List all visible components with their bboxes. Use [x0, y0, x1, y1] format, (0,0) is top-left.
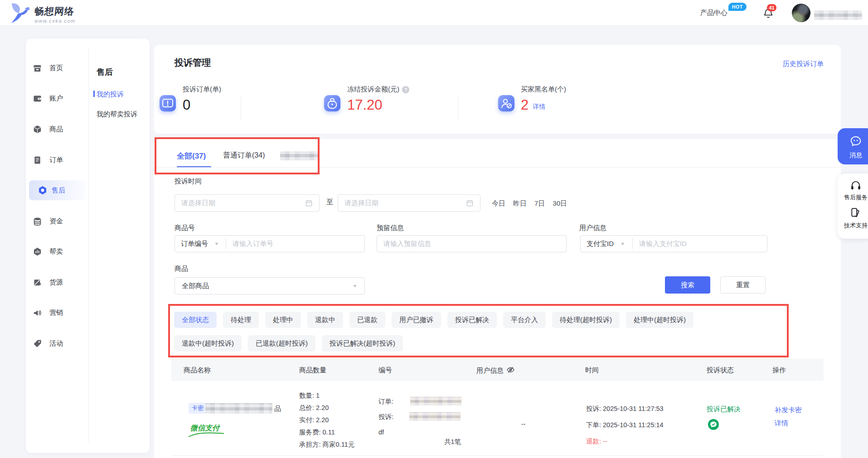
complaint-icon: [160, 95, 176, 111]
notification-count-badge: 41: [767, 4, 776, 11]
eye-off-icon[interactable]: [506, 366, 515, 375]
stat-divider: [241, 96, 241, 121]
product-select[interactable]: 全部商品 ▼: [175, 277, 365, 294]
stat-divider: [458, 96, 458, 121]
sidebar-item-9[interactable]: 营销: [29, 303, 85, 323]
status-chip[interactable]: 处理中: [265, 312, 301, 328]
product-center-link[interactable]: 产品中心 HOT: [700, 0, 727, 26]
status-chip[interactable]: 退款中(超时投诉): [174, 335, 242, 352]
page-title: 投诉管理: [175, 57, 211, 69]
tab-1[interactable]: 全部(37): [177, 151, 206, 161]
reserved-info-input[interactable]: 请输入预留信息: [377, 235, 567, 252]
blacklist-icon: [498, 95, 514, 111]
user-info-value: --: [521, 420, 526, 428]
status-chip[interactable]: 待处理(超时投诉): [552, 312, 620, 328]
sidebar-divider: [88, 48, 89, 443]
order-icon: [33, 155, 42, 164]
column-header: 用户信息: [476, 366, 515, 375]
sidebar-item-3[interactable]: 商品: [29, 119, 85, 139]
tab-redacted[interactable]: [280, 151, 318, 160]
tech-support-label[interactable]: 技术支持: [844, 222, 868, 230]
submenu-item-1[interactable]: 我的投诉: [97, 90, 124, 99]
chevron-down-icon: ▼: [620, 241, 626, 246]
sidebar-item-1[interactable]: 首页: [29, 58, 85, 78]
payment-underline: [188, 432, 225, 437]
stat-label: 买家黑名单(个): [521, 85, 566, 94]
submenu-item-2[interactable]: 我的帮卖投诉: [97, 110, 137, 119]
complaint-status: 投诉已解决: [707, 405, 741, 414]
qty-line: 数量: 1: [299, 391, 320, 400]
order-id-redacted: [410, 397, 461, 405]
qty-line: 总价: 2.20: [299, 404, 329, 412]
product-label: 商品: [175, 265, 188, 273]
sidebar: 首页账户商品订单售后资金帮卖货源营销活动 售后 我的投诉我的帮卖投诉: [26, 39, 150, 453]
status-chip[interactable]: 处理中(超时投诉): [626, 312, 693, 328]
logo[interactable]: 畅想网络 www.cxka.com: [8, 3, 76, 25]
reset-button[interactable]: 重置: [720, 276, 766, 294]
column-header: 商品名称: [184, 366, 211, 375]
sidebar-item-8[interactable]: 货源: [29, 272, 85, 292]
status-chip[interactable]: 全部状态: [174, 312, 217, 328]
supply-icon: [33, 278, 42, 287]
headset-icon[interactable]: [850, 180, 862, 193]
user-info-filter[interactable]: 支付宝ID ▼ 请输入支付宝ID: [580, 235, 767, 252]
sidebar-item-2[interactable]: 账户: [29, 88, 85, 108]
complaint-list-card: 全部(37)普通订单(34) 投诉时间 请选择日期 至 请选择日期 今日昨日7日…: [154, 139, 841, 458]
quick-date-3[interactable]: 7日: [534, 199, 545, 208]
status-chip[interactable]: 投诉已解决: [447, 312, 497, 328]
detail-link[interactable]: 详情: [775, 419, 788, 428]
message-chat-icon: [849, 135, 863, 150]
date-end-input[interactable]: 请选择日期: [338, 194, 480, 212]
avatar[interactable]: [792, 4, 810, 22]
status-chat-icon[interactable]: [708, 419, 719, 432]
calendar-icon: [466, 199, 474, 207]
tab-2[interactable]: 普通订单(34): [223, 151, 265, 160]
order-no-input[interactable]: 请输入订单号: [233, 240, 273, 248]
table-row: 卡密 品 微信支付 数量: 1总价: 2.20实付: 2.20服务费: 0.11…: [171, 381, 824, 456]
status-chip[interactable]: 平台介入: [503, 312, 546, 328]
stat-value: 2详情: [521, 97, 545, 113]
status-chip[interactable]: 待处理: [223, 312, 259, 328]
column-header: 商品数量: [299, 366, 326, 375]
blacklist-detail-link[interactable]: 详情: [533, 103, 545, 111]
table-header: 商品名称商品数量编号用户信息时间投诉状态操作: [171, 359, 824, 381]
message-widget[interactable]: 消息: [838, 128, 868, 164]
header: 畅想网络 www.cxka.com 产品中心 HOT 41: [0, 0, 868, 26]
aftersale-icon: [38, 186, 47, 195]
sidebar-item-10[interactable]: 活动: [29, 333, 85, 353]
search-button[interactable]: 搜索: [665, 276, 710, 294]
help-icon[interactable]: ?: [402, 86, 409, 93]
resend-card-link[interactable]: 补发卡密: [775, 406, 802, 415]
status-chip[interactable]: 已退款(超时投诉): [248, 335, 315, 352]
status-chip[interactable]: 退款中: [307, 312, 343, 328]
user-id-select[interactable]: 支付宝ID: [587, 240, 614, 248]
qty-line: 实付: 2.20: [299, 416, 329, 424]
quick-date-1[interactable]: 今日: [492, 199, 505, 208]
history-complaints-link[interactable]: 历史投诉订单: [783, 60, 824, 68]
time-line: 下单: 2025-10-31 11:25:14: [586, 421, 664, 429]
sidebar-item-5[interactable]: 售后: [29, 180, 85, 200]
order-count: 共1笔: [444, 438, 461, 446]
order-no-select[interactable]: 订单编号: [181, 240, 208, 248]
complaint-id-redacted: [409, 412, 461, 421]
sidebar-item-4[interactable]: 订单: [29, 150, 85, 170]
notification-bell[interactable]: 41: [762, 7, 774, 20]
sidebar-item-6[interactable]: 资金: [29, 211, 85, 231]
status-chip[interactable]: 已退款: [349, 312, 385, 328]
sidebar-item-7[interactable]: 帮卖: [29, 241, 85, 261]
quick-date-2[interactable]: 昨日: [513, 199, 527, 208]
user-id-input[interactable]: 请输入支付宝ID: [639, 240, 687, 248]
stat-label: 冻结投诉金额(元)?: [347, 85, 409, 94]
status-chip[interactable]: 投诉已解决(超时投诉): [322, 335, 403, 352]
brand-url: www.cxka.com: [34, 18, 76, 24]
qty-line: 承担方: 商家0.11元: [299, 440, 354, 449]
date-start-input[interactable]: 请选择日期: [175, 194, 320, 212]
after-sale-service-label[interactable]: 售后服务: [844, 193, 868, 202]
cube-icon: [33, 125, 42, 134]
order-no-filter[interactable]: 订单编号 ▼ 请输入订单号: [175, 235, 365, 252]
activity-icon: [33, 339, 42, 348]
quick-date-4[interactable]: 30日: [553, 199, 567, 208]
tech-support-icon[interactable]: [850, 207, 862, 221]
marketing-icon: [33, 308, 42, 317]
status-chip[interactable]: 用户已撤诉: [392, 312, 441, 328]
